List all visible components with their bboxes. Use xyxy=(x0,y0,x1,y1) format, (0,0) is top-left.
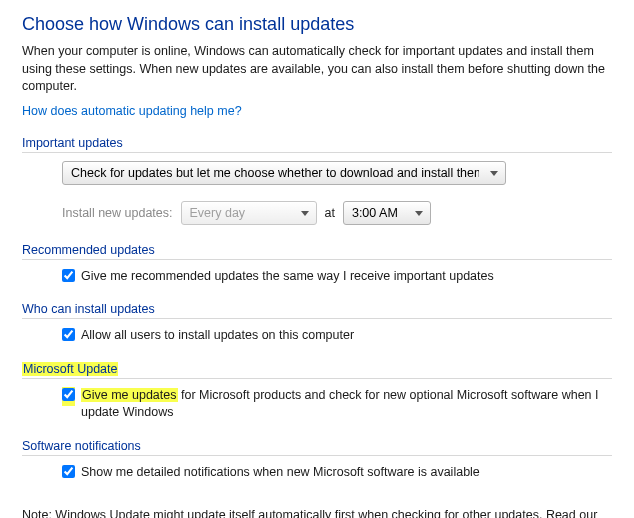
notifications-checkbox[interactable] xyxy=(62,465,75,478)
intro-text: When your computer is online, Windows ca… xyxy=(22,43,612,96)
section-important-header: Important updates xyxy=(22,136,612,153)
section-recommended-header: Recommended updates xyxy=(22,243,612,260)
schedule-label: Install new updates: xyxy=(62,206,173,220)
section-msupdate-header: Microsoft Update xyxy=(22,362,612,379)
important-updates-select[interactable]: Check for updates but let me choose whet… xyxy=(62,161,506,185)
schedule-at-label: at xyxy=(325,206,335,220)
recommended-checkbox-label: Give me recommended updates the same way… xyxy=(81,268,494,285)
help-link[interactable]: How does automatic updating help me? xyxy=(22,104,242,118)
who-checkbox[interactable] xyxy=(62,328,75,341)
schedule-day-select: Every day xyxy=(181,201,317,225)
who-checkbox-label: Allow all users to install updates on th… xyxy=(81,327,354,344)
footer-note: Note: Windows Update might update itself… xyxy=(22,507,612,518)
recommended-checkbox[interactable] xyxy=(62,269,75,282)
schedule-time-select[interactable]: 3:00 AM xyxy=(343,201,431,225)
msupdate-checkbox-label: Give me updates for Microsoft products a… xyxy=(81,387,612,421)
section-who-header: Who can install updates xyxy=(22,302,612,319)
msupdate-checkbox[interactable] xyxy=(62,388,75,401)
notifications-checkbox-label: Show me detailed notifications when new … xyxy=(81,464,480,481)
section-notifications-header: Software notifications xyxy=(22,439,612,456)
page-title: Choose how Windows can install updates xyxy=(22,14,612,35)
